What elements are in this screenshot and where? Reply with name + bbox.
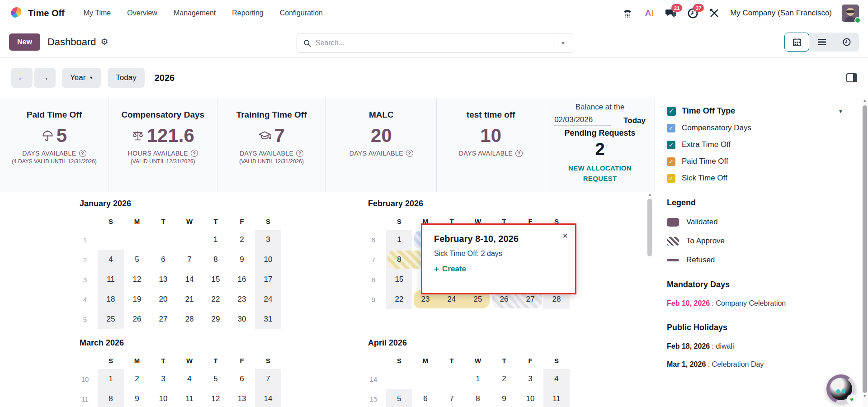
balance-today-link[interactable]: Today [623, 116, 646, 125]
day-cell[interactable]: 16 [229, 270, 255, 289]
user-avatar[interactable] [842, 5, 859, 22]
day-cell[interactable]: 30 [229, 309, 255, 329]
day-cell[interactable]: 4 [98, 250, 124, 270]
next-button[interactable]: → [34, 68, 56, 88]
messages-icon[interactable]: 21 [665, 7, 677, 19]
checkbox-checked[interactable]: ✓ [667, 141, 675, 149]
day-cell[interactable]: 29 [203, 309, 229, 329]
tools-icon[interactable] [708, 7, 720, 19]
calendar-scrollbar[interactable]: ▲ [647, 192, 652, 407]
activity-view-button[interactable] [834, 33, 859, 52]
nav-item-configuration[interactable]: Configuration [274, 5, 329, 21]
today-button[interactable]: Today [108, 68, 144, 88]
scrollbar-thumb[interactable] [863, 105, 867, 393]
day-cell[interactable]: 8 [465, 389, 491, 407]
day-cell[interactable]: 3 [150, 369, 176, 389]
day-cell[interactable]: 3 [255, 230, 281, 250]
day-cell[interactable]: 11 [98, 270, 124, 289]
filter-item-paid-time-off[interactable]: ✓Paid Time Off [667, 157, 859, 166]
day-cell[interactable]: 8 [203, 250, 229, 270]
day-cell[interactable]: 20 [150, 289, 176, 309]
day-cell[interactable]: 26 [124, 309, 150, 329]
app-home[interactable]: Time Off [9, 6, 65, 20]
day-cell[interactable]: 27 [150, 309, 176, 329]
day-cell[interactable]: 5 [386, 389, 412, 407]
ai-icon[interactable]: AI [643, 7, 655, 19]
day-cell[interactable]: 5 [124, 250, 150, 270]
day-cell[interactable]: 4 [543, 369, 570, 389]
day-cell[interactable]: 22 [203, 289, 229, 309]
create-button[interactable]: + Create [434, 264, 466, 274]
day-cell[interactable]: 12 [124, 270, 150, 289]
day-cell[interactable]: 7 [255, 369, 281, 389]
day-cell[interactable]: 12 [203, 389, 229, 407]
list-view-button[interactable] [809, 33, 834, 52]
checkbox-checked[interactable]: ✓ [667, 124, 675, 133]
help-icon[interactable]: ? [296, 150, 303, 157]
help-icon[interactable]: ? [515, 150, 523, 157]
day-cell[interactable]: 10 [517, 389, 543, 407]
filter-item-sick-time-off[interactable]: ✓Sick Time Off [667, 174, 859, 183]
filter-item-compensatory-days[interactable]: ✓Compensatory Days [667, 123, 859, 133]
day-cell[interactable]: 13 [229, 389, 255, 407]
search-dropdown-toggle[interactable]: ▼ [553, 33, 573, 52]
day-cell[interactable]: 1 [386, 230, 412, 250]
day-cell[interactable]: 2 [229, 230, 255, 250]
sidebar-toggle-icon[interactable] [846, 73, 857, 82]
help-icon[interactable]: ? [191, 150, 198, 157]
calendar-view-button[interactable] [784, 33, 809, 52]
range-dropdown[interactable]: Year▼ [62, 68, 101, 88]
help-icon[interactable]: ? [79, 150, 86, 157]
day-cell[interactable]: 1 [465, 369, 491, 389]
checkbox-checked[interactable]: ✓ [667, 174, 675, 183]
chatbot-launcher[interactable]: ♥ [826, 374, 855, 403]
scroll-up-arrow[interactable]: ▲ [862, 98, 868, 104]
day-cell[interactable]: 2 [491, 369, 517, 389]
day-cell[interactable]: 25 [98, 309, 124, 329]
day-cell[interactable]: 5 [203, 369, 229, 389]
new-button[interactable]: New [9, 33, 40, 51]
day-cell[interactable]: 8 [98, 389, 124, 407]
checkbox-checked[interactable]: ✓ [667, 157, 675, 166]
day-cell[interactable]: 6 [229, 369, 255, 389]
timeoff-type-header[interactable]: ✓ Time Off Type ▼ [667, 106, 859, 116]
nav-item-overview[interactable]: Overview [121, 5, 164, 21]
day-cell[interactable]: 19 [124, 289, 150, 309]
sidebar-scrollbar[interactable]: ▲ ▼ [862, 98, 868, 407]
day-cell[interactable]: 17 [255, 270, 281, 289]
close-icon[interactable]: × [562, 231, 568, 240]
day-cell[interactable]: 4 [176, 369, 203, 389]
day-cell[interactable]: 2 [124, 369, 150, 389]
day-cell[interactable]: 6 [150, 250, 176, 270]
day-cell[interactable]: 7 [176, 250, 203, 270]
day-cell[interactable]: 3 [517, 369, 543, 389]
day-cell[interactable]: 28 [176, 309, 203, 329]
day-cell[interactable]: 11 [543, 389, 570, 407]
day-cell[interactable]: 10 [255, 250, 281, 270]
day-cell[interactable]: 9 [491, 389, 517, 407]
scroll-down-arrow[interactable]: ▼ [862, 394, 868, 400]
day-cell[interactable]: 22 [386, 289, 412, 309]
scroll-up-arrow[interactable]: ▲ [647, 192, 652, 197]
chevron-down-icon[interactable]: ▼ [838, 109, 843, 114]
day-cell[interactable]: 18 [98, 289, 124, 309]
nav-item-management[interactable]: Management [167, 5, 222, 21]
day-cell[interactable]: 13 [150, 270, 176, 289]
day-cell[interactable]: 1 [98, 369, 124, 389]
phone-icon[interactable] [622, 7, 633, 19]
day-cell[interactable]: 15 [203, 270, 229, 289]
day-cell[interactable]: 6 [412, 389, 439, 407]
filter-item-extra-time-off[interactable]: ✓Extra Time Off [667, 140, 859, 149]
gear-icon[interactable]: ⚙ [101, 37, 108, 47]
search-input[interactable] [311, 39, 553, 47]
day-cell[interactable]: 10 [150, 389, 176, 407]
day-cell[interactable]: 9 [124, 389, 150, 407]
day-cell[interactable]: 21 [176, 289, 203, 309]
new-allocation-request-link[interactable]: NEW ALLOCATION REQUEST [561, 163, 638, 184]
day-cell[interactable]: 8 [386, 250, 412, 270]
company-switcher[interactable]: My Company (San Francisco) [730, 9, 832, 18]
day-cell[interactable]: 9 [229, 250, 255, 270]
day-cell[interactable]: 1 [203, 230, 229, 250]
nav-item-reporting[interactable]: Reporting [226, 5, 269, 21]
day-cell[interactable]: 7 [439, 389, 465, 407]
